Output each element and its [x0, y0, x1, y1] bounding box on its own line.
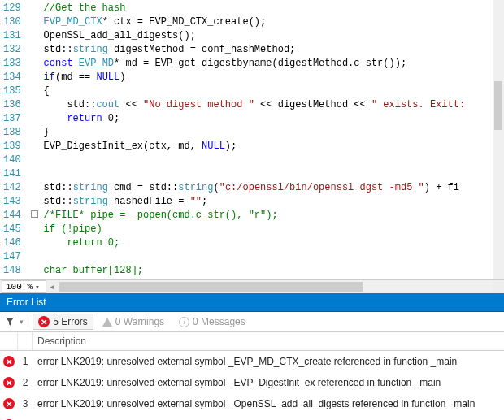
info-icon: i: [179, 317, 189, 327]
error-row-number: 2: [18, 374, 33, 392]
code-line[interactable]: [28, 154, 504, 167]
line-number: 142: [3, 181, 21, 195]
line-number: 135: [3, 84, 21, 98]
code-line[interactable]: const EVP_MD* md = EVP_get_digestbyname(…: [28, 57, 504, 71]
line-number: 141: [3, 167, 21, 181]
code-line[interactable]: EVP_DigestInit_ex(ctx, md, NULL);: [28, 140, 504, 154]
error-list-title-bar[interactable]: Error List: [0, 293, 504, 312]
code-line[interactable]: //Get the hash: [28, 2, 504, 15]
error-row-description: error LNK2019: unresolved external symbo…: [33, 353, 504, 370]
line-number: 132: [3, 43, 21, 57]
error-list-toolbar: ▾ | ✕ 5 Errors 0 Warnings i 0 Messages: [0, 312, 504, 332]
messages-filter-button[interactable]: i 0 Messages: [173, 314, 251, 330]
line-number: 145: [3, 223, 21, 236]
line-number: 133: [3, 57, 21, 71]
line-number: 134: [3, 71, 21, 84]
zoom-dropdown[interactable]: 100 % ▾: [2, 280, 46, 293]
code-line[interactable]: −/*FILE* pipe = _popen(cmd.c_str(), "r")…: [28, 209, 504, 223]
line-number: 143: [3, 195, 21, 209]
vertical-scrollbar[interactable]: [493, 0, 504, 279]
warnings-filter-button[interactable]: 0 Warnings: [97, 314, 170, 330]
zoom-value: 100 %: [6, 282, 33, 292]
line-number: 139: [3, 140, 21, 154]
line-number: 146: [3, 236, 21, 250]
code-line[interactable]: if (!pipe): [28, 223, 504, 236]
line-number: 129: [3, 2, 21, 15]
messages-count-label: 0 Messages: [193, 316, 245, 327]
error-row-number: 4: [18, 416, 33, 420]
scroll-left-icon[interactable]: ◂: [48, 280, 56, 293]
line-number: 147: [3, 250, 21, 264]
code-line[interactable]: return 0;: [28, 112, 504, 126]
error-row-description: error LNK2019: unresolved external symbo…: [33, 374, 504, 392]
horizontal-scrollbar[interactable]: [59, 280, 493, 293]
error-row[interactable]: ✕4error LNK2019: unresolved external sym…: [0, 414, 504, 420]
code-line[interactable]: EVP_MD_CTX* ctx = EVP_MD_CTX_create();: [28, 15, 504, 29]
editor-status-bar: 100 % ▾ ◂: [0, 279, 504, 293]
line-number: 138: [3, 126, 21, 140]
code-line[interactable]: return 0;: [28, 236, 504, 250]
column-header-description[interactable]: Description: [33, 332, 504, 350]
filter-dropdown-icon[interactable]: ▾: [20, 318, 24, 326]
errors-filter-button[interactable]: ✕ 5 Errors: [33, 314, 93, 330]
code-line[interactable]: {: [28, 84, 504, 98]
code-line[interactable]: }: [28, 126, 504, 140]
line-number: 144: [3, 209, 21, 223]
code-line[interactable]: if(md == NULL): [28, 71, 504, 84]
outline-collapse-icon[interactable]: −: [31, 210, 38, 218]
horizontal-scrollbar-thumb[interactable]: [59, 282, 363, 292]
code-editor[interactable]: 1291301311321331341351361371381391401411…: [0, 0, 504, 279]
error-list-title: Error List: [7, 297, 46, 308]
chevron-down-icon: ▾: [33, 283, 42, 292]
code-line[interactable]: std::string cmd = std::string("c:/openss…: [28, 181, 504, 195]
error-row[interactable]: ✕3error LNK2019: unresolved external sym…: [0, 393, 504, 414]
code-line[interactable]: std::cout << "No digest method " << dige…: [28, 98, 504, 112]
error-grid-body[interactable]: ✕1error LNK2019: unresolved external sym…: [0, 351, 504, 420]
line-number: 136: [3, 98, 21, 112]
error-grid-header: Description: [0, 332, 504, 351]
error-icon: ✕: [3, 356, 15, 367]
code-line[interactable]: char buffer[128];: [28, 264, 504, 278]
vertical-scrollbar-thumb[interactable]: [494, 81, 502, 130]
error-row-number: 1: [18, 353, 33, 370]
error-icon: ✕: [3, 377, 15, 388]
error-row-description: error LNK2019: unresolved external symbo…: [33, 416, 504, 420]
errors-count-label: 5 Errors: [53, 316, 88, 327]
code-line[interactable]: OpenSSL_add_all_digests();: [28, 29, 504, 43]
code-line[interactable]: std::string hashedFile = "";: [28, 195, 504, 209]
error-row[interactable]: ✕2error LNK2019: unresolved external sym…: [0, 372, 504, 393]
warning-icon: [102, 318, 112, 327]
error-icon: ✕: [38, 316, 50, 327]
code-content[interactable]: //Get the hashEVP_MD_CTX* ctx = EVP_MD_C…: [28, 0, 504, 279]
code-line[interactable]: std::string digestMethod = conf_hashMeth…: [28, 43, 504, 57]
line-number: 140: [3, 154, 21, 167]
line-number-gutter: 1291301311321331341351361371381391401411…: [0, 0, 28, 279]
line-number: 137: [3, 112, 21, 126]
line-number: 148: [3, 264, 21, 278]
error-row-number: 3: [18, 395, 33, 413]
error-row-description: error LNK2019: unresolved external symbo…: [33, 395, 504, 413]
line-number: 131: [3, 29, 21, 43]
warnings-count-label: 0 Warnings: [115, 316, 164, 327]
line-number: 130: [3, 15, 21, 29]
error-icon: ✕: [3, 398, 15, 409]
code-line[interactable]: [28, 250, 504, 264]
filter-icon[interactable]: [3, 315, 16, 328]
code-line[interactable]: [28, 167, 504, 181]
error-row[interactable]: ✕1error LNK2019: unresolved external sym…: [0, 351, 504, 372]
